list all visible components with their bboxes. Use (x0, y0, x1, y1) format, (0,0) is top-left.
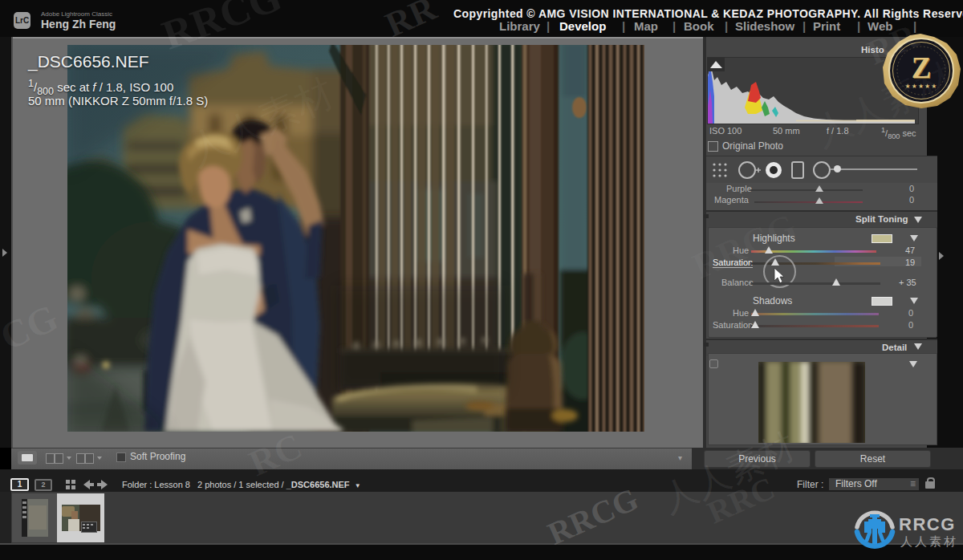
svg-text:RRCG: RRCG (899, 514, 956, 534)
svg-text:人人素材: 人人素材 (900, 534, 958, 548)
